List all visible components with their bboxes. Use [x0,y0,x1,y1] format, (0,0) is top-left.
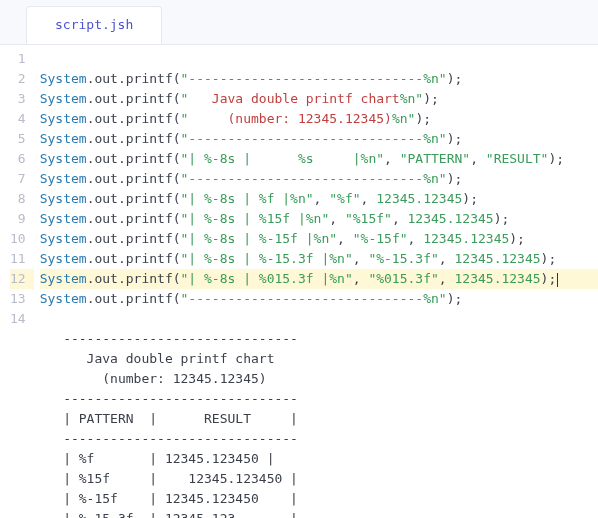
token-type: System [40,91,87,106]
token-plain: , [439,251,455,266]
code-area[interactable]: 1234567891011121314 System.out.printf("-… [0,44,598,518]
line-number: 3 [10,89,26,109]
line-number [10,389,26,409]
token-str: "| %-8s | %-15f |%n" [181,231,338,246]
line-number [10,329,26,349]
token-num: 12345.12345 [376,191,462,206]
token-type: System [40,191,87,206]
code-line[interactable]: System.out.printf(" Java double printf c… [40,89,598,109]
line-number: 13 [10,289,26,309]
token-plain: , [384,151,400,166]
line-number: 12 [10,269,34,289]
token-type: System [40,131,87,146]
line-number: 10 [10,229,26,249]
token-plain: ); [447,171,463,186]
token-plain: ); [541,271,557,286]
token-plain: .out.printf( [87,251,181,266]
code-line[interactable]: System.out.printf("| %-8s | %f |%n", "%f… [40,189,598,209]
token-type: System [40,271,87,286]
line-number [10,489,26,509]
token-str: "PATTERN" [400,151,470,166]
token-plain: ); [462,191,478,206]
token-plain: .out.printf( [87,111,181,126]
token-str: "| %-8s | %-15.3f |%n" [181,251,353,266]
token-type: System [40,231,87,246]
output-line: Java double printf chart [40,349,598,369]
code-line[interactable]: System.out.printf("---------------------… [40,289,598,309]
line-number [10,369,26,389]
token-plain: , [353,271,369,286]
token-plain: , [392,211,408,226]
token-str: %n" [392,111,415,126]
token-plain: .out.printf( [87,271,181,286]
token-str: "| %-8s | %s |%n" [181,151,385,166]
token-plain: .out.printf( [87,71,181,86]
token-plain: ); [509,231,525,246]
token-plain: , [337,231,353,246]
token-num: 12345.12345 [408,211,494,226]
token-plain: ); [541,251,557,266]
line-number [10,429,26,449]
output-line: | %f | 12345.123450 | [40,449,598,469]
token-plain: ); [548,151,564,166]
token-str: "------------------------------%n" [181,71,447,86]
code-lines[interactable]: System.out.printf("---------------------… [34,45,598,518]
token-plain: , [408,231,424,246]
line-number: 2 [10,69,26,89]
token-str: "------------------------------%n" [181,131,447,146]
token-str: "%-15f" [353,231,408,246]
token-plain: .out.printf( [87,131,181,146]
token-type: System [40,111,87,126]
token-plain: , [439,271,455,286]
token-str: "%15f" [345,211,392,226]
token-plain: ); [447,71,463,86]
token-plain: .out.printf( [87,231,181,246]
token-plain: ); [415,111,431,126]
output-line: ------------------------------ [40,329,598,349]
token-type: System [40,291,87,306]
token-str: "%f" [329,191,360,206]
code-line[interactable]: System.out.printf("| %-8s | %s |%n", "PA… [40,149,598,169]
line-gutter: 1234567891011121314 [0,45,34,518]
code-line[interactable]: System.out.printf("| %-8s | %015.3f |%n"… [40,269,598,289]
token-plain: ); [423,91,439,106]
token-num: 12345.12345 [455,251,541,266]
code-line[interactable]: System.out.printf("| %-8s | %-15.3f |%n"… [40,249,598,269]
code-line[interactable] [40,49,598,69]
token-type: System [40,171,87,186]
token-plain: , [470,151,486,166]
token-plain: .out.printf( [87,151,181,166]
line-number: 11 [10,249,26,269]
token-plain: , [329,211,345,226]
output-line: | %15f | 12345.123450 | [40,469,598,489]
token-str: "| %-8s | %015.3f |%n" [181,271,353,286]
token-plain: .out.printf( [87,191,181,206]
token-type: System [40,251,87,266]
line-number: 5 [10,129,26,149]
token-red: (number: 12345.12345) [228,111,392,126]
token-type: System [40,151,87,166]
line-number: 1 [10,49,26,69]
code-line[interactable]: System.out.printf(" (number: 12345.12345… [40,109,598,129]
token-str: "%015.3f" [368,271,438,286]
token-str: "%-15.3f" [368,251,438,266]
code-line[interactable]: System.out.printf("---------------------… [40,69,598,89]
line-number: 14 [10,309,26,329]
output-line: | %-15.3f | 12345.123 | [40,509,598,518]
code-line[interactable]: System.out.printf("| %-8s | %15f |%n", "… [40,209,598,229]
token-plain: , [314,191,330,206]
token-str: "| %-8s | %15f |%n" [181,211,330,226]
token-num: 12345.12345 [423,231,509,246]
token-plain: .out.printf( [87,91,181,106]
code-line[interactable]: System.out.printf("| %-8s | %-15f |%n", … [40,229,598,249]
token-plain: ); [494,211,510,226]
code-line[interactable] [40,309,598,329]
token-plain: , [361,191,377,206]
line-number: 7 [10,169,26,189]
text-cursor [557,273,558,287]
code-line[interactable]: System.out.printf("---------------------… [40,169,598,189]
output-line: ------------------------------ [40,389,598,409]
code-line[interactable]: System.out.printf("---------------------… [40,129,598,149]
tab-script[interactable]: script.jsh [26,6,162,44]
output-line: | %-15f | 12345.123450 | [40,489,598,509]
